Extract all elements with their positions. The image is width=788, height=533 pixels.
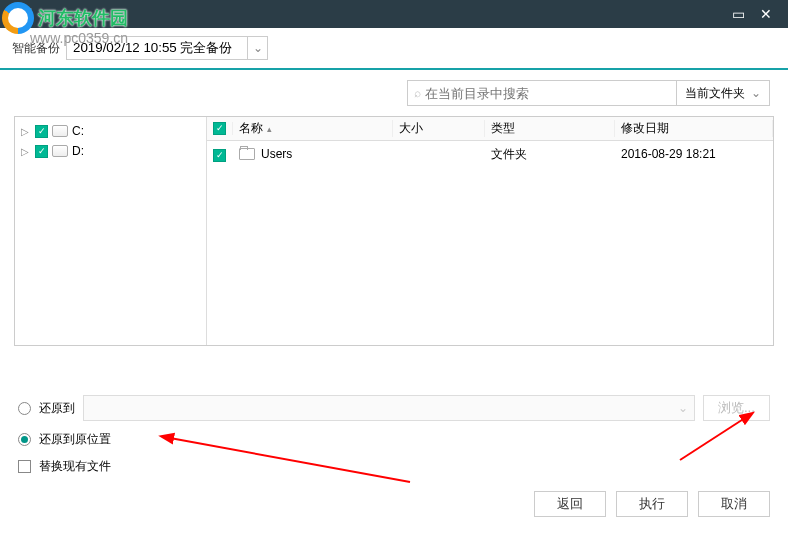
checkbox[interactable]: ✓ xyxy=(35,125,48,138)
chevron-down-icon[interactable]: ⌄ xyxy=(247,37,267,59)
tree-item-d[interactable]: ▷ ✓ D: xyxy=(15,141,206,161)
folder-icon xyxy=(239,148,255,160)
chevron-down-icon: ⌄ xyxy=(678,401,688,415)
window-title: 还原 xyxy=(8,6,724,23)
search-scope-select[interactable]: 当前文件夹 ⌄ xyxy=(677,80,770,106)
back-button[interactable]: 返回 xyxy=(534,491,606,517)
expand-icon[interactable]: ▷ xyxy=(21,146,31,157)
row-checkbox[interactable]: ✓ xyxy=(213,149,226,162)
drive-icon xyxy=(52,125,68,137)
column-date[interactable]: 修改日期 xyxy=(615,120,773,137)
restore-to-radio[interactable] xyxy=(18,402,31,415)
column-headers: ✓ 名称▴ 大小 类型 修改日期 xyxy=(207,117,773,141)
chevron-down-icon: ⌄ xyxy=(751,86,761,100)
restore-original-label: 还原到原位置 xyxy=(39,431,111,448)
maximize-button[interactable]: ▭ xyxy=(724,6,752,22)
file-name: Users xyxy=(261,147,292,161)
column-name[interactable]: 名称▴ xyxy=(233,120,393,137)
sort-asc-icon: ▴ xyxy=(267,124,272,134)
restore-to-label: 还原到 xyxy=(39,400,75,417)
close-button[interactable]: ✕ xyxy=(752,6,780,22)
restore-path-input: ⌄ xyxy=(83,395,695,421)
tree-item-label: C: xyxy=(72,124,84,138)
search-icon: ⌕ xyxy=(414,86,421,100)
file-row[interactable]: ✓ Users 文件夹 2016-08-29 18:21 xyxy=(207,141,773,167)
title-bar: 还原 ▭ ✕ xyxy=(0,0,788,28)
search-scope-value: 当前文件夹 xyxy=(685,85,745,102)
select-all-checkbox[interactable]: ✓ xyxy=(213,122,226,135)
tree-item-label: D: xyxy=(72,144,84,158)
file-date: 2016-08-29 18:21 xyxy=(615,147,773,161)
replace-files-label: 替换现有文件 xyxy=(39,458,111,475)
search-box[interactable]: ⌕ xyxy=(407,80,677,106)
search-input[interactable] xyxy=(425,86,670,101)
replace-files-checkbox[interactable] xyxy=(18,460,31,473)
watermark-url: www.pc0359.cn xyxy=(30,30,128,46)
column-size[interactable]: 大小 xyxy=(393,120,485,137)
drive-tree: ▷ ✓ C: ▷ ✓ D: xyxy=(15,117,207,345)
file-type: 文件夹 xyxy=(485,146,615,163)
column-type[interactable]: 类型 xyxy=(485,120,615,137)
cancel-button[interactable]: 取消 xyxy=(698,491,770,517)
expand-icon[interactable]: ▷ xyxy=(21,126,31,137)
restore-original-radio[interactable] xyxy=(18,433,31,446)
execute-button[interactable]: 执行 xyxy=(616,491,688,517)
drive-icon xyxy=(52,145,68,157)
checkbox[interactable]: ✓ xyxy=(35,145,48,158)
tree-item-c[interactable]: ▷ ✓ C: xyxy=(15,121,206,141)
browse-button: 浏览... xyxy=(703,395,770,421)
